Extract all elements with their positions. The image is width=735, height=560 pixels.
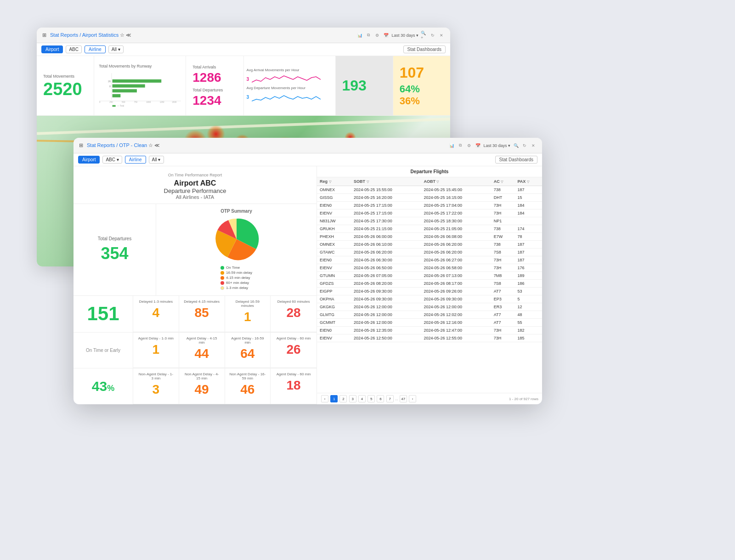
table-row[interactable]: EIEN02024-05-26 12:35:002024-05-26 12:47… bbox=[317, 327, 542, 334]
table-row[interactable]: PHEXH2024-05-26 06:00:002024-05-26 06:08… bbox=[317, 233, 542, 241]
row2-stats: On Time or Early Agent Delay - 1-3 min 1… bbox=[74, 332, 317, 368]
settings-icon[interactable]: ⚙ bbox=[374, 32, 380, 39]
table-row[interactable]: GTAWC2024-05-26 06:20:002024-05-26 06:20… bbox=[317, 249, 542, 256]
table-row[interactable]: GRUKH2024-05-25 21:15:002024-05-25 21:05… bbox=[317, 225, 542, 233]
titlebar-icons: 📊 ⧉ ⚙ 📅 Last 30 days ▾ 🔍+ ↻ ✕ bbox=[356, 32, 445, 39]
col-sobt[interactable]: SOBT ▽ bbox=[351, 177, 421, 186]
table-row[interactable]: GTUMN2024-05-26 07:05:002024-05-26 07:13… bbox=[317, 272, 542, 280]
table-row[interactable]: EIGPP2024-05-26 09:30:002024-05-26 09:26… bbox=[317, 288, 542, 295]
close-icon[interactable]: ✕ bbox=[438, 32, 445, 39]
cell-delayed-60: Delayed 60 minutes 28 bbox=[271, 296, 317, 332]
table-row[interactable]: GKGKG2024-05-26 12:00:002024-05-26 12:00… bbox=[317, 303, 542, 311]
dept-perf: Departure Performance bbox=[81, 187, 309, 194]
prev-page-btn[interactable]: ‹ bbox=[321, 395, 328, 402]
chart-icon[interactable]: 📊 bbox=[356, 32, 363, 39]
cell-non-agent-4-15: Non Agent Delay - 4-15 min 49 bbox=[179, 368, 225, 404]
table-row[interactable]: EIEN02024-05-26 06:30:002024-05-26 06:27… bbox=[317, 256, 542, 264]
otp-stat-dashboards-btn[interactable]: Stat Dashboards bbox=[495, 156, 538, 164]
table-row[interactable]: EIENV2024-05-26 06:50:002024-05-26 06:58… bbox=[317, 264, 542, 272]
non-agent-4-15-label: Non Agent Delay - 4-15 min bbox=[184, 372, 220, 380]
svg-text:500: 500 bbox=[122, 101, 125, 103]
page-5-btn[interactable]: 5 bbox=[368, 395, 375, 402]
table-row[interactable]: GISSG2024-05-25 16:20:002024-05-25 16:15… bbox=[317, 194, 542, 202]
cell-delayed-4-15: Delayed 4-15 minutes 85 bbox=[179, 296, 225, 332]
page-1-btn[interactable]: 1 bbox=[330, 395, 338, 402]
table-row[interactable]: EIENV2024-05-26 12:50:002024-05-26 12:55… bbox=[317, 334, 542, 342]
page-7-btn[interactable]: 7 bbox=[386, 395, 394, 402]
cell-reg: GTAWC bbox=[317, 249, 351, 256]
otp-tab-all[interactable]: All ▾ bbox=[149, 156, 164, 164]
non-agent-grid-row: Non-Agent Delay - 1-3 min 3 Non Agent De… bbox=[133, 368, 317, 404]
cell-agent-1-3: Agent Delay - 1-3 min 1 bbox=[133, 333, 179, 368]
table-row[interactable]: EIEN02024-05-25 17:15:002024-05-25 17:04… bbox=[317, 202, 542, 209]
metric4-value: 36% bbox=[400, 95, 444, 107]
otp-toolbar: Airport ABC ▾ Airline All ▾ Stat Dashboa… bbox=[74, 153, 542, 166]
cell-pax: 184 bbox=[514, 209, 542, 217]
col-reg[interactable]: Reg ▽ bbox=[317, 177, 351, 186]
table-row[interactable]: OMNEX2024-05-25 15:55:002024-05-25 15:45… bbox=[317, 186, 542, 194]
otp-refresh-icon[interactable]: ↻ bbox=[521, 142, 528, 149]
arrivals-block: Total Arrivals 1286 Total Departures 123… bbox=[186, 56, 243, 115]
table-container[interactable]: Reg ▽ SOBT ▽ AOBT ▽ AC ▽ PAX ▽ OMNEX2024… bbox=[317, 177, 542, 393]
pagination-pages[interactable]: ‹ 1 2 3 4 5 6 7 ... 47 › bbox=[321, 395, 417, 402]
table-row[interactable]: OKPHA2024-05-26 09:30:002024-05-26 09:30… bbox=[317, 295, 542, 303]
otp-tab-airport[interactable]: Airport bbox=[78, 156, 100, 164]
page-2-btn[interactable]: 2 bbox=[339, 395, 347, 402]
page-3-btn[interactable]: 3 bbox=[349, 395, 356, 402]
page-4-btn[interactable]: 4 bbox=[358, 395, 366, 402]
delayed-16-59-value: 1 bbox=[230, 310, 266, 324]
table-row[interactable]: GCMMT2024-05-26 12:00:002024-05-26 12:16… bbox=[317, 319, 542, 327]
table-row[interactable]: GFDZS2024-05-26 08:20:002024-05-26 08:17… bbox=[317, 280, 542, 288]
next-page-btn[interactable]: › bbox=[409, 395, 416, 402]
svg-text:1500: 1500 bbox=[172, 101, 177, 103]
cell-reg: EIENV bbox=[317, 264, 351, 272]
otp-left-panel: On Time Performance Report Airport ABC D… bbox=[74, 166, 317, 404]
tab-airline[interactable]: Airline bbox=[85, 45, 106, 53]
cell-ac: 73H bbox=[491, 327, 515, 334]
refresh-icon[interactable]: ↻ bbox=[430, 32, 436, 39]
otp-pie-chart bbox=[214, 216, 260, 262]
zoom-in-icon[interactable]: 🔍+ bbox=[421, 32, 427, 39]
cell-sobt: 2024-05-25 16:20:00 bbox=[351, 194, 421, 202]
otp-tab-airline[interactable]: Airline bbox=[125, 156, 146, 164]
otp-close-icon[interactable]: ✕ bbox=[530, 142, 537, 149]
delayed-16-59-label: Delayed 16-59 minutes bbox=[230, 300, 266, 308]
sparklines-block: Avg Arrival Movements per Hour 3 Avg Dep… bbox=[244, 56, 336, 115]
tab-airport[interactable]: Airport bbox=[41, 45, 63, 53]
legend-4-15: 4-15 min delay bbox=[220, 276, 252, 280]
calendar-icon[interactable]: 📅 bbox=[383, 32, 389, 39]
cell-pax: 5 bbox=[514, 295, 542, 303]
table-row[interactable]: N831JW2024-05-25 17:30:002024-05-25 18:3… bbox=[317, 217, 542, 225]
cell-ac: AT7 bbox=[491, 319, 515, 327]
page-47-btn[interactable]: 47 bbox=[400, 395, 407, 402]
tab-abc[interactable]: ABC bbox=[66, 45, 82, 53]
cell-reg: EIENV bbox=[317, 334, 351, 342]
cell-ac: 7S8 bbox=[491, 280, 515, 288]
tab-all[interactable]: All ▾ bbox=[108, 45, 124, 53]
copy-icon[interactable]: ⧉ bbox=[365, 32, 372, 39]
cell-pax: 185 bbox=[514, 334, 542, 342]
otp-zoom-icon[interactable]: 🔍 bbox=[513, 142, 519, 149]
otp-calendar-icon[interactable]: 📅 bbox=[475, 142, 481, 149]
col-pax[interactable]: PAX ▽ bbox=[514, 177, 542, 186]
back-titlebar: ⊞ Stat Reports / Airport Statistics ☆ ≪ … bbox=[37, 28, 450, 43]
row1-stats: 151 Delayed 1-3 minutes 4 Delayed 4-15 m… bbox=[74, 296, 317, 332]
otp-tab-abc[interactable]: ABC ▾ bbox=[102, 156, 122, 164]
otp-chart-icon[interactable]: 📊 bbox=[448, 142, 455, 149]
cell-sobt: 2024-05-26 12:00:00 bbox=[351, 303, 421, 311]
otp-title: Stat Reports / OTP - Clean ☆ ≪ bbox=[87, 142, 445, 148]
otp-settings-icon[interactable]: ⚙ bbox=[466, 142, 472, 149]
table-row[interactable]: EIENV2024-05-25 17:15:002024-05-25 17:22… bbox=[317, 209, 542, 217]
col-ac[interactable]: AC ▽ bbox=[491, 177, 515, 186]
table-row[interactable]: GLMTG2024-05-26 12:00:002024-05-26 12:02… bbox=[317, 311, 542, 319]
cell-reg: OMNEX bbox=[317, 186, 351, 194]
table-row[interactable]: OMNEX2024-05-26 06:10:002024-05-26 06:20… bbox=[317, 241, 542, 249]
stat-dashboards-btn[interactable]: Stat Dashboards bbox=[403, 45, 446, 53]
aobt-sort-icon: ▽ bbox=[436, 180, 439, 183]
otp-copy-icon[interactable]: ⧉ bbox=[457, 142, 464, 149]
page-6-btn[interactable]: 6 bbox=[377, 395, 384, 402]
agent-16-59-label: Agent Delay - 16-59 min bbox=[230, 336, 266, 345]
cell-sobt: 2024-05-25 17:15:00 bbox=[351, 202, 421, 209]
cell-reg: EIEN0 bbox=[317, 327, 351, 334]
col-aobt[interactable]: AOBT ▽ bbox=[421, 177, 491, 186]
